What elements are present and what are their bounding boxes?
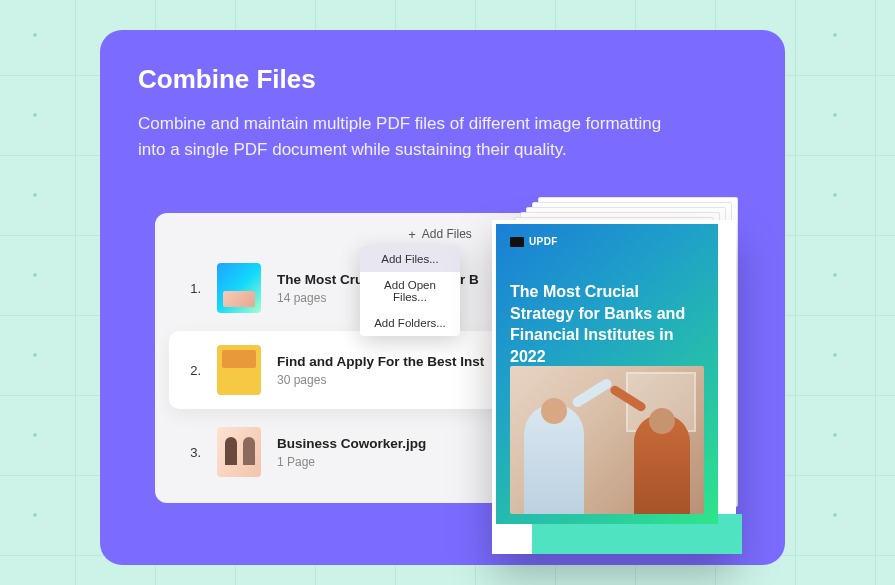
preview-brand: UPDF	[510, 236, 704, 247]
dropdown-item-add-files[interactable]: Add Files...	[360, 246, 460, 272]
add-files-label: Add Files	[422, 227, 472, 241]
dropdown-item-add-open-files[interactable]: Add Open Files...	[360, 272, 460, 310]
row-number: 3.	[183, 445, 201, 460]
file-pages: 1 Page	[277, 455, 426, 469]
row-number: 1.	[183, 281, 201, 296]
file-name: Find and Apply For the Best Inst	[277, 354, 484, 369]
photo-arm	[571, 377, 614, 409]
file-thumbnail	[217, 427, 261, 477]
file-name: Business Coworker.jpg	[277, 436, 426, 451]
preview-cover: UPDF The Most Crucial Strategy for Banks…	[496, 224, 718, 524]
preview-doc-title: The Most Crucial Strategy for Banks and …	[510, 281, 704, 367]
add-files-dropdown: Add Files... Add Open Files... Add Folde…	[360, 246, 460, 336]
photo-person-right	[634, 414, 690, 514]
file-meta: Find and Apply For the Best Inst 30 page…	[277, 354, 484, 387]
card-title: Combine Files	[138, 64, 747, 95]
row-number: 2.	[183, 363, 201, 378]
document-preview-front: UPDF The Most Crucial Strategy for Banks…	[492, 220, 736, 554]
file-thumbnail	[217, 345, 261, 395]
brand-label: UPDF	[529, 236, 558, 247]
dropdown-item-add-folders[interactable]: Add Folders...	[360, 310, 460, 336]
preview-photo	[510, 366, 704, 514]
file-meta: Business Coworker.jpg 1 Page	[277, 436, 426, 469]
brand-logo-icon	[510, 237, 524, 247]
card-description: Combine and maintain multiple PDF files …	[138, 111, 678, 164]
photo-person-left	[524, 404, 584, 514]
document-preview-stack: UPDF The Most Crucial Strategy for Banks…	[492, 197, 740, 555]
file-pages: 30 pages	[277, 373, 484, 387]
plus-icon: +	[408, 228, 416, 241]
file-thumbnail	[217, 263, 261, 313]
